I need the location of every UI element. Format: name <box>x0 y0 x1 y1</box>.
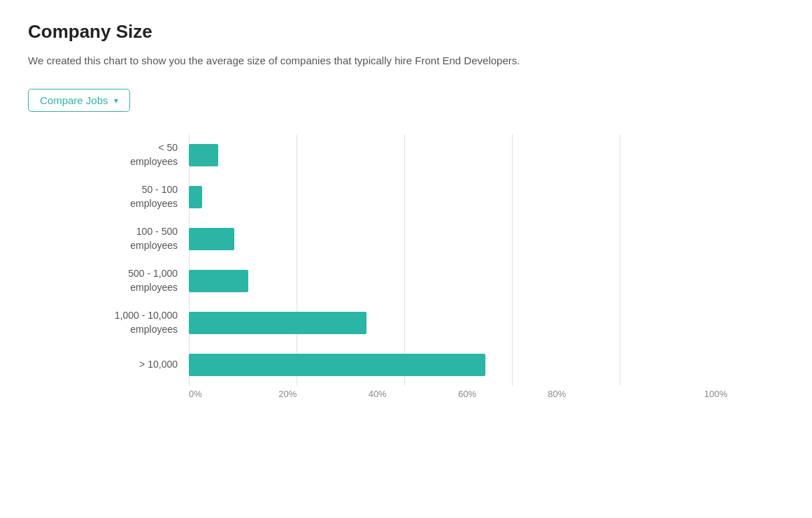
bar <box>189 270 248 292</box>
bar-label: 1,000 - 10,000employees <box>28 309 189 336</box>
chart-row: 500 - 1,000employees <box>28 260 727 302</box>
x-axis-label: 40% <box>369 389 458 399</box>
bar-area <box>189 134 727 176</box>
bar <box>189 354 485 376</box>
bar-area <box>189 344 727 386</box>
chart-row: < 50employees <box>28 134 727 176</box>
bar-label: > 10,000 <box>28 358 189 372</box>
bar-area <box>189 218 727 260</box>
bar <box>189 144 218 166</box>
description-text: We created this chart to show you the av… <box>28 52 629 69</box>
bar-label: 50 - 100employees <box>28 183 189 210</box>
bar-label: 500 - 1,000employees <box>28 267 189 294</box>
chart-row: 50 - 100employees <box>28 176 727 218</box>
chart-row: 1,000 - 10,000employees <box>28 302 727 344</box>
chart-bars: < 50employees50 - 100employees100 - 500e… <box>28 134 727 386</box>
x-axis-label: 100% <box>638 389 727 399</box>
bar-area <box>189 260 727 302</box>
x-axis-label: 20% <box>278 389 368 399</box>
x-axis: 0%20%40%60%80%100% <box>189 389 727 399</box>
chart-row: 100 - 500employees <box>28 218 727 260</box>
bar <box>189 228 234 250</box>
chevron-down-icon: ▾ <box>114 96 118 106</box>
bar-label: 100 - 500employees <box>28 225 189 252</box>
x-axis-label: 60% <box>458 389 548 399</box>
bar <box>189 312 366 334</box>
page-title: Company Size <box>28 21 784 43</box>
bar-area <box>189 176 727 218</box>
compare-jobs-label: Compare Jobs <box>40 94 108 106</box>
chart-row: > 10,000 <box>28 344 727 386</box>
x-axis-label: 0% <box>189 389 278 399</box>
bar <box>189 186 202 208</box>
x-axis-label: 80% <box>548 389 637 399</box>
compare-jobs-button[interactable]: Compare Jobs ▾ <box>28 89 130 112</box>
bar-label: < 50employees <box>28 141 189 168</box>
company-size-chart: < 50employees50 - 100employees100 - 500e… <box>28 134 727 399</box>
bar-area <box>189 302 727 344</box>
